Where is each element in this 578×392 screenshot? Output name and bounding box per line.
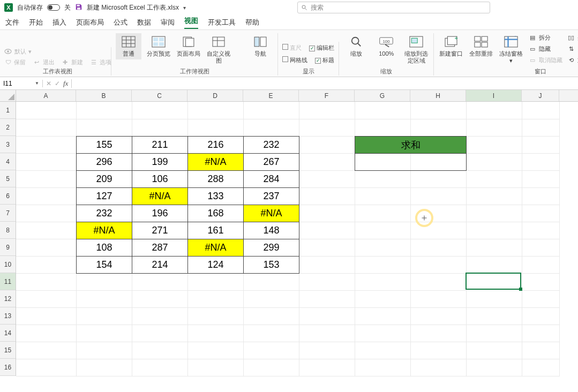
fx-icon[interactable]: fx <box>63 79 68 88</box>
menu-item-帮助[interactable]: 帮助 <box>245 18 259 27</box>
data-cell[interactable]: 216 <box>188 137 244 154</box>
cell-F10[interactable] <box>299 256 355 273</box>
cell-E15[interactable] <box>243 342 299 359</box>
row-header-10[interactable]: 10 <box>0 256 16 273</box>
row-header-13[interactable]: 13 <box>0 307 16 325</box>
col-header-D[interactable]: D <box>187 90 243 101</box>
cell-H15[interactable] <box>410 342 466 359</box>
data-cell[interactable]: 153 <box>244 257 299 274</box>
cell-A16[interactable] <box>16 359 76 376</box>
cell-B2[interactable] <box>76 119 132 136</box>
cell-F5[interactable] <box>299 170 355 187</box>
cell-G2[interactable] <box>355 119 410 136</box>
data-cell[interactable]: 214 <box>132 257 188 274</box>
cell-F15[interactable] <box>299 342 355 359</box>
data-cell[interactable]: #N/A <box>77 222 132 239</box>
data-cell[interactable]: 284 <box>244 171 299 188</box>
cell-H13[interactable] <box>410 307 466 325</box>
cell-G9[interactable] <box>355 239 410 256</box>
name-box[interactable]: I11▼ <box>0 80 43 87</box>
headings-checkbox[interactable]: ✓ 标题 <box>315 56 334 64</box>
ribbon-keep[interactable]: 🛡 保留 <box>4 58 26 66</box>
data-cell[interactable]: #N/A <box>188 239 244 257</box>
cell-I10[interactable] <box>466 256 522 273</box>
cell-I13[interactable] <box>466 307 522 325</box>
data-cell[interactable]: #N/A <box>244 205 299 222</box>
row-header-12[interactable]: 12 <box>0 290 16 307</box>
cell-E14[interactable] <box>243 325 299 342</box>
save-icon[interactable] <box>75 3 82 12</box>
ribbon-pagebreak-view[interactable]: 分页预览 <box>146 33 171 59</box>
data-cell[interactable]: 299 <box>244 239 299 257</box>
cell-E1[interactable] <box>243 102 299 119</box>
cell-H16[interactable] <box>410 359 466 376</box>
menu-item-开发工具[interactable]: 开发工具 <box>208 18 236 27</box>
cell-E13[interactable] <box>243 307 299 325</box>
cell-G6[interactable] <box>355 187 410 205</box>
search-input[interactable]: 搜索 <box>297 2 490 13</box>
data-cell[interactable]: 148 <box>244 222 299 239</box>
col-header-F[interactable]: F <box>299 90 355 101</box>
cell-F13[interactable] <box>299 307 355 325</box>
cell-H6[interactable] <box>410 187 466 205</box>
cell-D15[interactable] <box>187 342 243 359</box>
cell-D12[interactable] <box>187 290 243 307</box>
select-all-corner[interactable] <box>0 90 16 102</box>
cell-J7[interactable] <box>522 205 559 222</box>
cell-B14[interactable] <box>76 325 132 342</box>
cell-A1[interactable] <box>16 102 76 119</box>
cell-J12[interactable] <box>522 290 559 307</box>
cell-H2[interactable] <box>410 119 466 136</box>
data-cell[interactable]: 155 <box>77 137 132 154</box>
data-cell[interactable]: 168 <box>188 205 244 222</box>
col-header-J[interactable]: J <box>522 90 559 101</box>
data-cell[interactable]: 296 <box>77 154 132 171</box>
cell-F14[interactable] <box>299 325 355 342</box>
ribbon-pagelayout-view[interactable]: 页面布局 <box>176 33 201 59</box>
cell-B11[interactable] <box>76 273 132 290</box>
cell-I5[interactable] <box>466 170 522 187</box>
cell-G16[interactable] <box>355 359 410 376</box>
cell-A14[interactable] <box>16 325 76 342</box>
data-cell[interactable]: 106 <box>132 171 188 188</box>
row-header-2[interactable]: 2 <box>0 119 16 136</box>
data-cell[interactable]: 133 <box>188 188 244 205</box>
cell-I15[interactable] <box>466 342 522 359</box>
cell-J13[interactable] <box>522 307 559 325</box>
cell-F16[interactable] <box>299 359 355 376</box>
cell-A8[interactable] <box>16 222 76 239</box>
row-header-7[interactable]: 7 <box>0 205 16 222</box>
col-header-E[interactable]: E <box>243 90 299 101</box>
cell-F12[interactable] <box>299 290 355 307</box>
cell-G10[interactable] <box>355 256 410 273</box>
cell-J9[interactable] <box>522 239 559 256</box>
menu-item-视图[interactable]: 视图 <box>184 16 198 29</box>
row-header-15[interactable]: 15 <box>0 342 16 359</box>
ribbon-zoom-selection[interactable]: 缩放到选定区域 <box>403 33 429 66</box>
cell-C14[interactable] <box>132 325 187 342</box>
autosave-toggle[interactable] <box>47 4 60 11</box>
cell-C2[interactable] <box>132 119 187 136</box>
col-header-C[interactable]: C <box>132 90 187 101</box>
cell-D2[interactable] <box>187 119 243 136</box>
col-header-A[interactable]: A <box>16 90 76 101</box>
cell-G13[interactable] <box>355 307 410 325</box>
data-cell[interactable]: 288 <box>188 171 244 188</box>
cell-F11[interactable] <box>299 273 355 290</box>
data-cell[interactable]: 271 <box>132 222 188 239</box>
data-cell[interactable]: 237 <box>244 188 299 205</box>
row-header-8[interactable]: 8 <box>0 222 16 239</box>
row-header-4[interactable]: 4 <box>0 153 16 170</box>
data-cell[interactable]: 196 <box>132 205 188 222</box>
cell-D14[interactable] <box>187 325 243 342</box>
cell-A6[interactable] <box>16 187 76 205</box>
cell-F2[interactable] <box>299 119 355 136</box>
cell-J8[interactable] <box>522 222 559 239</box>
ribbon-zoom[interactable]: 缩放 <box>343 33 369 59</box>
data-cell[interactable]: 124 <box>188 257 244 274</box>
data-cell[interactable]: 287 <box>132 239 188 257</box>
cell-J3[interactable] <box>522 136 559 153</box>
cell-B13[interactable] <box>76 307 132 325</box>
cell-G8[interactable] <box>355 222 410 239</box>
cell-F1[interactable] <box>299 102 355 119</box>
